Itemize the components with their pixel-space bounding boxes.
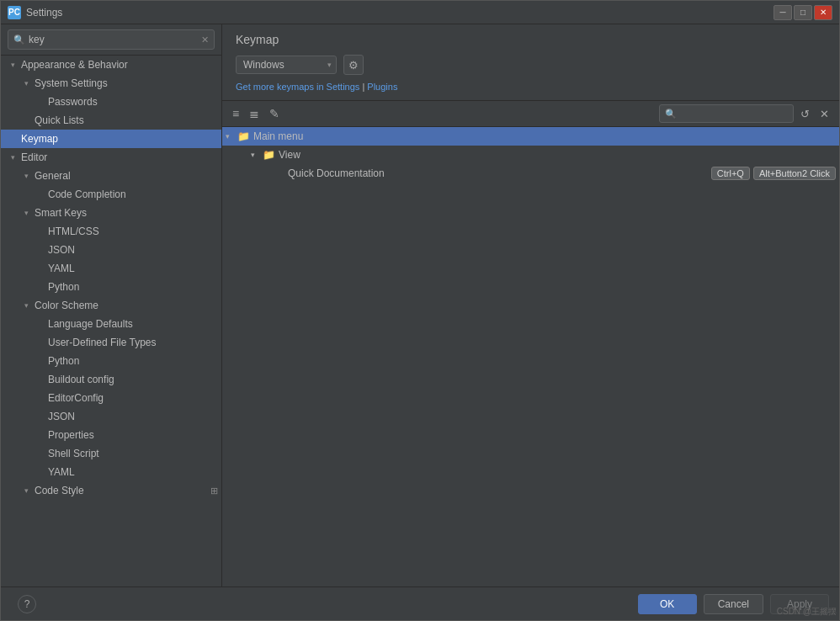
get-more-keymaps-link[interactable]: Get more keymaps in Settings [236,82,359,92]
footer: ? OK Cancel Apply [1,586,839,620]
link-separator: | [362,82,364,92]
kt-row-quick-doc[interactable]: Quick Documentation Ctrl+Q Alt+Button2 C… [222,164,839,183]
sidebar-item-passwords[interactable]: Passwords [1,93,221,111]
arrow-icon [11,153,21,162]
cancel-button[interactable]: Cancel [704,594,763,614]
keymap-select[interactable]: Windows macOS Default Emacs [236,56,337,74]
sidebar-label: Properties [48,429,94,441]
keymap-header: Windows macOS Default Emacs ▾ ⚙ [222,51,839,82]
sidebar-item-keymap[interactable]: Keymap [1,130,221,148]
keymap-toolbar: ≡ ≣ ✎ 🔍 ↺ ✕ [222,101,839,127]
copy-icon: ⊞ [210,486,218,496]
close-search-button[interactable]: ✕ [816,106,832,122]
sidebar-item-python[interactable]: Python [1,352,221,370]
settings-window: PC Settings ─ □ ✕ 🔍 ✕ [0,0,840,621]
sidebar-label: Shell Script [48,448,99,459]
sidebar-item-language-defaults[interactable]: Language Defaults [1,315,221,333]
sidebar-label: Python [48,281,79,293]
keymap-search-input[interactable] [677,109,793,119]
arrow-icon [24,79,35,88]
sidebar-label: Quick Lists [35,114,84,126]
sidebar-item-quick-lists[interactable]: Quick Lists [1,111,221,130]
arrow-icon [24,486,35,495]
sidebar-label: Code Completion [48,188,126,200]
plugins-link[interactable]: Plugins [367,82,397,92]
sidebar-tree: Appearance & Behavior System Settings Pa… [1,56,221,586]
arrow-icon [24,209,35,217]
sidebar-label: JSON [48,244,75,256]
sidebar-item-code-completion[interactable]: Code Completion [1,185,221,204]
expand-arrow-icon [251,151,263,159]
arrow-icon [11,61,21,69]
sidebar-item-properties[interactable]: Properties [1,426,221,444]
sidebar-item-json2[interactable]: JSON [1,407,221,426]
sidebar-item-yaml2[interactable]: YAML [1,463,221,481]
folder-icon: 📁 [263,149,275,161]
keymap-search-wrap: 🔍 [659,104,794,123]
sidebar-label: System Settings [35,77,108,89]
sidebar-item-shell-script[interactable]: Shell Script [1,444,221,463]
help-button[interactable]: ? [18,595,36,613]
key-badge-ctrl-q: Ctrl+Q [711,167,750,180]
right-panel: Keymap Windows macOS Default Emacs ▾ ⚙ G… [222,24,839,586]
sidebar-label: Python [48,355,79,367]
ok-button[interactable]: OK [638,594,697,614]
arrow-icon [24,172,35,180]
folder-icon: 📁 [237,130,250,142]
sidebar-label: Passwords [48,96,98,108]
expand-all-button[interactable]: ≡ [229,105,242,122]
sidebar-label: HTML/CSS [48,226,99,237]
collapse-all-button[interactable]: ≣ [246,105,263,122]
sidebar-label: YAML [48,263,75,274]
key-badge-alt-btn2: Alt+Button2 Click [753,167,836,180]
search-input[interactable] [29,34,201,45]
sidebar-item-code-style[interactable]: Code Style ⊞ [1,481,221,500]
sidebar-label: Editor [21,151,47,163]
arrow-icon [24,301,35,310]
maximize-button[interactable]: □ [794,5,812,20]
sidebar-label: EditorConfig [48,392,104,404]
kt-label: View [279,149,836,161]
sidebar-label: YAML [48,466,75,478]
key-badges: Ctrl+Q Alt+Button2 Click [711,167,836,180]
search-wrap: 🔍 ✕ [8,29,215,50]
title-bar: PC Settings ─ □ ✕ [1,1,839,24]
close-button[interactable]: ✕ [814,5,832,20]
sidebar-item-yaml[interactable]: YAML [1,259,221,278]
window-controls: ─ □ ✕ [774,5,832,20]
keymap-link: Get more keymaps in Settings | Plugins [222,82,839,100]
sidebar-item-appearance-behavior[interactable]: Appearance & Behavior [1,56,221,74]
sidebar-label: JSON [48,411,75,422]
restore-defaults-button[interactable]: ↺ [797,106,813,122]
sidebar-label: Appearance & Behavior [21,59,128,71]
search-icon: 🔍 [665,109,677,119]
sidebar-item-general[interactable]: General [1,167,221,185]
kt-row-main-menu[interactable]: 📁 Main menu [222,127,839,146]
sidebar-item-color-scheme[interactable]: Color Scheme [1,296,221,315]
sidebar-item-user-defined[interactable]: User-Defined File Types [1,333,221,352]
sidebar-label: Language Defaults [48,318,133,330]
minimize-button[interactable]: ─ [774,5,792,20]
sidebar: 🔍 ✕ Appearance & Behavior [1,24,222,586]
keymap-select-wrap: Windows macOS Default Emacs ▾ [236,56,337,74]
sidebar-item-python-smart[interactable]: Python [1,278,221,296]
search-box: 🔍 ✕ [1,24,221,56]
edit-shortcut-button[interactable]: ✎ [266,105,283,122]
sidebar-item-smart-keys[interactable]: Smart Keys [1,204,221,222]
main-content: 🔍 ✕ Appearance & Behavior [1,24,839,586]
sidebar-label: User-Defined File Types [48,337,157,348]
sidebar-item-editorconfig[interactable]: EditorConfig [1,389,221,407]
search-icon: 🔍 [13,34,25,45]
sidebar-item-system-settings[interactable]: System Settings [1,74,221,93]
clear-search-icon[interactable]: ✕ [201,34,209,45]
panel-title: Keymap [222,24,839,51]
sidebar-item-json[interactable]: JSON [1,241,221,259]
sidebar-item-editor[interactable]: Editor [1,148,221,167]
kt-row-view[interactable]: 📁 View [222,146,839,164]
gear-button[interactable]: ⚙ [343,55,364,75]
sidebar-item-buildout[interactable]: Buildout config [1,370,221,389]
keymap-tree: 📁 Main menu 📁 View Quick Documentation [222,127,839,586]
sidebar-item-html-css[interactable]: HTML/CSS [1,222,221,241]
expand-arrow-icon [226,132,237,141]
kt-label: Quick Documentation [288,167,711,179]
